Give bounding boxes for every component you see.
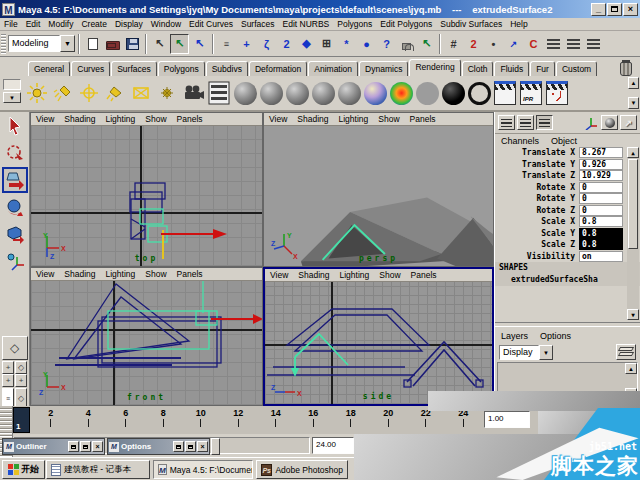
snap-to-grids-button[interactable]: + bbox=[237, 34, 256, 54]
viewport-menu-shading[interactable]: Shading bbox=[59, 269, 100, 279]
channel-value-field[interactable]: 8.267 bbox=[579, 147, 623, 158]
channel-value-field[interactable]: 0 bbox=[579, 182, 623, 193]
layout-single-pane-button[interactable]: ◇ bbox=[2, 336, 28, 360]
material-sphere-black[interactable] bbox=[440, 79, 466, 107]
time-slider-grip[interactable] bbox=[0, 406, 13, 434]
pane-cell-icon[interactable]: + bbox=[2, 361, 14, 374]
object-menu[interactable]: Object bbox=[545, 136, 583, 146]
viewport-menu-show[interactable]: Show bbox=[373, 114, 404, 124]
channel-layout-button-3[interactable] bbox=[536, 115, 553, 130]
channel-layout-button-1[interactable] bbox=[498, 115, 515, 130]
material-sphere-2[interactable] bbox=[258, 79, 284, 107]
render-camera-button[interactable] bbox=[180, 79, 206, 107]
chevron-down-icon[interactable]: ▼ bbox=[60, 35, 75, 52]
pane-cell-icon[interactable]: ◇ bbox=[15, 361, 27, 374]
viewport-menu-shading[interactable]: Shading bbox=[59, 114, 100, 124]
list-output-operations-button[interactable] bbox=[564, 34, 583, 54]
menu-item-edit-nurbs[interactable]: Edit NURBS bbox=[279, 19, 334, 29]
material-sphere-5[interactable] bbox=[336, 79, 362, 107]
shelf-tab-general[interactable]: General bbox=[28, 61, 70, 76]
volume-light-button[interactable] bbox=[154, 79, 180, 107]
scale-tool[interactable] bbox=[2, 221, 28, 247]
channel-label[interactable]: Rotate Z bbox=[495, 206, 579, 215]
select-hand-button[interactable]: ↗ bbox=[504, 34, 523, 54]
viewport-menu-show[interactable]: Show bbox=[140, 114, 171, 124]
channel-value-field[interactable]: 10.929 bbox=[579, 170, 623, 181]
start-button[interactable]: 开始 bbox=[2, 460, 45, 479]
rotate-tool[interactable] bbox=[2, 194, 28, 220]
channel-value-field-selected[interactable]: 0.8 bbox=[579, 239, 623, 250]
chevron-down-icon[interactable]: ▼ bbox=[539, 345, 553, 360]
scroll-down-icon[interactable]: ▼ bbox=[628, 97, 639, 109]
shelf-menu-arrow[interactable]: ▼ bbox=[3, 92, 21, 103]
shelf-tab-dynamics[interactable]: Dynamics bbox=[359, 61, 408, 76]
minimize-button[interactable]: _ bbox=[591, 3, 606, 16]
scrollbar-thumb[interactable] bbox=[628, 159, 638, 249]
material-sphere-1[interactable] bbox=[232, 79, 258, 107]
frame-ticks[interactable]: 2 4 6 8 10 12 14 16 18 20 22 24 bbox=[30, 406, 482, 434]
channel-value-field[interactable]: 0 bbox=[579, 205, 623, 216]
minimized-options-window[interactable]: M Options × bbox=[107, 438, 210, 455]
menu-item-modify[interactable]: Modify bbox=[44, 19, 77, 29]
live-object-button[interactable]: ⊞ bbox=[317, 34, 336, 54]
material-sphere-rainbow[interactable] bbox=[388, 79, 414, 107]
render-globals-button[interactable] bbox=[544, 79, 570, 107]
material-sphere-flat[interactable] bbox=[414, 79, 440, 107]
manipulator-x-axis[interactable] bbox=[161, 229, 227, 239]
viewport-menu-panels[interactable]: Panels bbox=[406, 270, 442, 280]
construction-history-button[interactable]: C bbox=[524, 34, 543, 54]
manipulator-toggle-button[interactable] bbox=[582, 115, 599, 130]
shape-node-name[interactable]: extrudedSurfaceSha bbox=[495, 274, 640, 286]
shelf-tab-fluids[interactable]: Fluids bbox=[494, 61, 529, 76]
scroll-down-icon[interactable]: ▼ bbox=[627, 309, 639, 320]
close-button[interactable]: × bbox=[623, 3, 638, 16]
options-menu[interactable]: Options bbox=[534, 331, 577, 341]
viewport-front[interactable]: View Shading Lighting Show Panels bbox=[30, 267, 263, 406]
restore-button[interactable] bbox=[173, 441, 184, 452]
viewport-menu-show[interactable]: Show bbox=[374, 270, 405, 280]
menu-item-file[interactable]: File bbox=[0, 19, 22, 29]
scroll-up-icon[interactable]: ▲ bbox=[628, 77, 639, 89]
viewport-menu-lighting[interactable]: Lighting bbox=[100, 269, 140, 279]
menu-item-help[interactable]: Help bbox=[506, 19, 531, 29]
channels-menu[interactable]: Channels bbox=[495, 136, 545, 146]
viewport-menu-shading[interactable]: Shading bbox=[292, 114, 333, 124]
channel-layout-button-2[interactable] bbox=[517, 115, 534, 130]
create-layer-button[interactable] bbox=[616, 344, 636, 360]
list-input-operations-button[interactable] bbox=[544, 34, 563, 54]
menu-item-surfaces[interactable]: Surfaces bbox=[237, 19, 279, 29]
material-sphere-3[interactable] bbox=[284, 79, 310, 107]
restore-button[interactable] bbox=[68, 441, 79, 452]
lasso-tool[interactable] bbox=[2, 140, 28, 166]
channel-value-field-selected[interactable]: 0.8 bbox=[579, 228, 623, 239]
persp-view-canvas[interactable]: Y Z X persp bbox=[264, 126, 493, 266]
menu-item-create[interactable]: Create bbox=[77, 19, 111, 29]
render-sphere-button[interactable] bbox=[601, 115, 618, 130]
viewport-menu-view[interactable]: View bbox=[31, 114, 59, 124]
viewport-menu-panels[interactable]: Panels bbox=[172, 269, 208, 279]
taskbar-item-maya[interactable]: M Maya 4.5: F:\Documents... bbox=[153, 460, 253, 479]
channel-label[interactable]: Scale Z bbox=[495, 240, 579, 249]
menu-item-polygons[interactable]: Polygons bbox=[333, 19, 376, 29]
directional-light-button[interactable] bbox=[102, 79, 128, 107]
menu-item-edit-curves[interactable]: Edit Curves bbox=[185, 19, 237, 29]
channel-scrollbar[interactable]: ▲ ▼ bbox=[627, 147, 639, 320]
viewport-menu-lighting[interactable]: Lighting bbox=[334, 270, 374, 280]
trash-icon[interactable] bbox=[620, 62, 632, 76]
menu-item-edit-polygons[interactable]: Edit Polygons bbox=[376, 19, 436, 29]
playback-start-field[interactable]: 1.00 bbox=[484, 411, 530, 428]
shelf-tab-deformation[interactable]: Deformation bbox=[249, 61, 307, 76]
menu-item-display[interactable]: Display bbox=[111, 19, 147, 29]
maximize-button[interactable] bbox=[185, 441, 196, 452]
channel-label[interactable]: Scale X bbox=[495, 217, 579, 226]
viewport-top[interactable]: View Shading Lighting Show Panels bbox=[30, 112, 263, 267]
viewport-menu-show[interactable]: Show bbox=[140, 269, 171, 279]
scroll-up-icon[interactable]: ▲ bbox=[625, 363, 637, 374]
list-history-button[interactable] bbox=[584, 34, 603, 54]
minimized-outliner-window[interactable]: M Outliner × bbox=[2, 438, 105, 455]
playback-end-field[interactable]: 24.00 bbox=[312, 437, 354, 454]
maximize-button[interactable] bbox=[607, 3, 622, 16]
menu-item-window[interactable]: Window bbox=[147, 19, 185, 29]
select-component-button[interactable]: ↖ bbox=[190, 34, 209, 54]
menu-item-subdiv-surfaces[interactable]: Subdiv Surfaces bbox=[436, 19, 506, 29]
